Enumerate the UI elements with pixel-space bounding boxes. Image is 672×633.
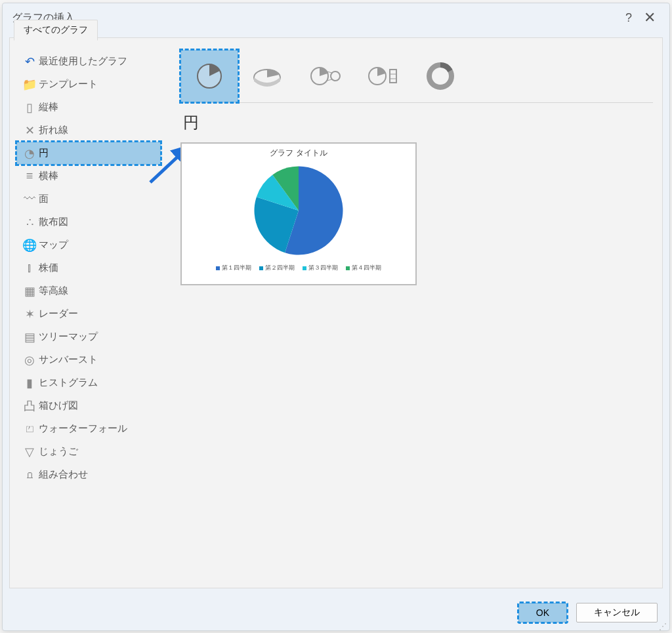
sidebar-item-6[interactable]: 〰面 bbox=[16, 188, 161, 211]
svg-point-4 bbox=[331, 71, 340, 81]
category-icon: ▦ bbox=[20, 284, 39, 298]
sidebar-item-7[interactable]: ∴散布図 bbox=[16, 211, 161, 234]
category-label: レーダー bbox=[39, 308, 157, 320]
category-label: 株価 bbox=[39, 262, 157, 274]
section-title: 円 bbox=[183, 112, 653, 133]
sidebar-item-12[interactable]: ▤ツリーマップ bbox=[16, 325, 161, 348]
dialog-footer: OK キャンセル ⋰ bbox=[3, 595, 669, 630]
help-button[interactable]: ? bbox=[618, 11, 639, 25]
category-icon: ≡ bbox=[20, 169, 39, 183]
sidebar-item-10[interactable]: ▦等高線 bbox=[16, 279, 161, 302]
titlebar: グラフの挿入 ? ✕ bbox=[3, 3, 669, 32]
legend-item: 第３四半期 bbox=[303, 264, 338, 272]
subtype-doughnut[interactable] bbox=[411, 50, 469, 102]
category-label: ウォーターフォール bbox=[39, 422, 157, 435]
category-icon: 📁 bbox=[20, 77, 39, 92]
dialog-title: グラフの挿入 bbox=[12, 11, 618, 25]
legend-item: 第４四半期 bbox=[346, 264, 381, 272]
category-icon: ✶ bbox=[20, 307, 39, 321]
sidebar-item-1[interactable]: 📁テンプレート bbox=[16, 73, 161, 96]
sidebar-item-11[interactable]: ✶レーダー bbox=[16, 302, 161, 325]
chart-preview-title: グラフ タイトル bbox=[186, 148, 411, 159]
sidebar-item-15[interactable]: 凸箱ひげ図 bbox=[16, 394, 161, 417]
category-label: 面 bbox=[39, 193, 157, 205]
category-icon: ⫿ bbox=[20, 261, 39, 275]
category-icon: 〰 bbox=[20, 192, 39, 206]
sidebar-item-18[interactable]: ⩍組み合わせ bbox=[16, 463, 161, 486]
svg-rect-8 bbox=[390, 70, 396, 83]
category-label: 箱ひげ図 bbox=[39, 399, 157, 412]
category-label: ツリーマップ bbox=[39, 331, 157, 343]
sidebar-item-13[interactable]: ◎サンバースト bbox=[16, 348, 161, 371]
tab-all-charts[interactable]: すべてのグラフ bbox=[14, 20, 98, 41]
subtype-3d-pie[interactable] bbox=[238, 50, 296, 102]
doughnut-icon bbox=[425, 62, 456, 91]
pie-of-pie-icon bbox=[309, 62, 341, 91]
sidebar-item-17[interactable]: ▽じょうご bbox=[16, 440, 161, 463]
category-label: 最近使用したグラフ bbox=[39, 55, 157, 68]
legend-item: 第１四半期 bbox=[216, 264, 251, 272]
sidebar-item-3[interactable]: ✕折れ線 bbox=[16, 119, 161, 142]
category-label: ヒストグラム bbox=[39, 377, 157, 389]
chart-subtype-row bbox=[180, 50, 653, 103]
category-label: じょうご bbox=[39, 445, 157, 458]
sidebar-item-14[interactable]: ▮ヒストグラム bbox=[16, 371, 161, 394]
category-label: 組み合わせ bbox=[39, 468, 157, 481]
3d-pie-icon bbox=[251, 62, 283, 91]
pie-chart-icon bbox=[249, 161, 348, 260]
legend-item: 第２四半期 bbox=[259, 264, 295, 272]
category-label: 折れ線 bbox=[39, 124, 157, 136]
cancel-button[interactable]: キャンセル bbox=[576, 603, 658, 623]
category-icon: ⏍ bbox=[20, 422, 39, 436]
category-icon: ▤ bbox=[20, 330, 39, 344]
category-icon: ▮ bbox=[20, 376, 39, 390]
sidebar-item-5[interactable]: ≡横棒 bbox=[16, 165, 161, 188]
resize-grip[interactable]: ⋰ bbox=[659, 624, 668, 629]
category-icon: ∴ bbox=[20, 215, 39, 230]
chart-preview[interactable]: グラフ タイトル 第１四半期第２四半期第３四半期第４四半期 bbox=[180, 142, 417, 285]
category-label: テンプレート bbox=[39, 78, 157, 91]
category-icon: ◎ bbox=[20, 353, 39, 367]
subtype-pie-of-pie[interactable] bbox=[296, 50, 354, 102]
bar-of-pie-icon bbox=[367, 62, 398, 91]
category-label: 等高線 bbox=[39, 285, 157, 297]
category-icon: 凸 bbox=[20, 398, 39, 414]
subtype-pie[interactable] bbox=[180, 50, 238, 102]
category-label: 縦棒 bbox=[39, 101, 157, 113]
close-button[interactable]: ✕ bbox=[639, 9, 660, 26]
category-label: サンバースト bbox=[39, 354, 157, 366]
dialog-body: すべてのグラフ ↶最近使用したグラフ📁テンプレート▯縦棒✕折れ線◔円≡横棒〰面∴… bbox=[9, 37, 663, 588]
main-panel: 円 グラフ タイトル 第１四半期第２四半期第３四半期第４四半期 bbox=[180, 50, 653, 581]
sidebar-item-8[interactable]: 🌐マップ bbox=[16, 234, 161, 256]
category-icon: ↶ bbox=[20, 54, 39, 69]
subtype-bar-of-pie[interactable] bbox=[354, 50, 411, 102]
category-label: 円 bbox=[39, 147, 157, 159]
ok-button[interactable]: OK bbox=[518, 603, 567, 623]
sidebar-item-0[interactable]: ↶最近使用したグラフ bbox=[16, 50, 161, 73]
category-icon: ⩍ bbox=[20, 468, 39, 481]
category-icon: ▯ bbox=[20, 100, 39, 115]
category-label: マップ bbox=[39, 239, 157, 251]
chart-category-sidebar: ↶最近使用したグラフ📁テンプレート▯縦棒✕折れ線◔円≡横棒〰面∴散布図🌐マップ⫿… bbox=[16, 50, 161, 486]
chart-legend: 第１四半期第２四半期第３四半期第４四半期 bbox=[186, 264, 411, 272]
sidebar-item-16[interactable]: ⏍ウォーターフォール bbox=[16, 417, 161, 440]
category-icon: ✕ bbox=[20, 123, 39, 138]
category-label: 横棒 bbox=[39, 170, 157, 182]
category-icon: 🌐 bbox=[20, 238, 39, 253]
category-icon: ◔ bbox=[20, 146, 39, 161]
sidebar-item-9[interactable]: ⫿株価 bbox=[16, 256, 161, 279]
pie-icon bbox=[194, 62, 225, 91]
sidebar-item-2[interactable]: ▯縦棒 bbox=[16, 96, 161, 119]
category-label: 散布図 bbox=[39, 216, 157, 228]
category-icon: ▽ bbox=[20, 445, 39, 459]
sidebar-item-4[interactable]: ◔円 bbox=[16, 142, 161, 165]
insert-chart-dialog: グラフの挿入 ? ✕ すべてのグラフ ↶最近使用したグラフ📁テンプレート▯縦棒✕… bbox=[2, 3, 670, 631]
